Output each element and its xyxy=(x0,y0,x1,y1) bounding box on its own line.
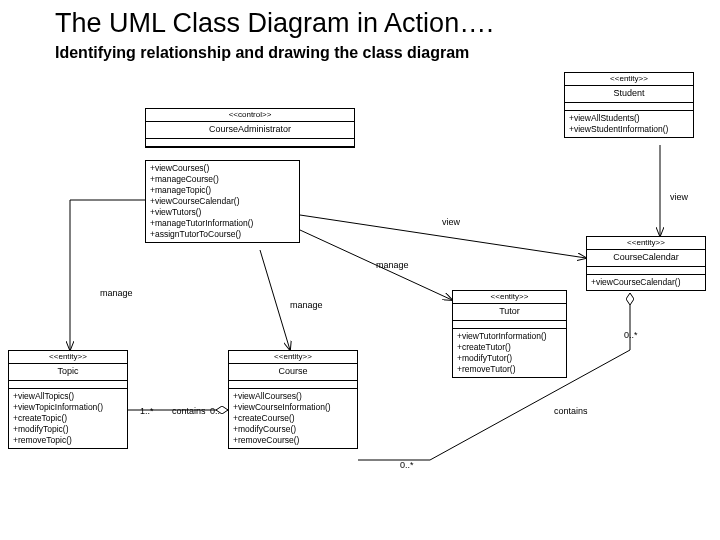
multiplicity: 0..* xyxy=(624,330,638,340)
stereotype-entity: <<entity>> xyxy=(453,291,566,304)
op: +viewCourseCalendar() xyxy=(150,196,295,207)
op: +createTopic() xyxy=(13,413,123,424)
class-name: Tutor xyxy=(453,304,566,321)
label-view: view xyxy=(442,217,460,227)
stereotype-entity: <<entity>> xyxy=(565,73,693,86)
op: +manageTopic() xyxy=(150,185,295,196)
op: +viewTutorInformation() xyxy=(457,331,562,342)
stereotype-entity: <<entity>> xyxy=(9,351,127,364)
multiplicity: 0..* xyxy=(400,460,414,470)
op: +manageCourse() xyxy=(150,174,295,185)
label-manage: manage xyxy=(376,260,409,270)
stereotype-entity: <<entity>> xyxy=(587,237,705,250)
op: +manageTutorInformation() xyxy=(150,218,295,229)
op: +modifyCourse() xyxy=(233,424,353,435)
class-course-administrator: <<control>> CourseAdministrator xyxy=(145,108,355,148)
op: +removeTopic() xyxy=(13,435,123,446)
op: +viewAllTopics() xyxy=(13,391,123,402)
op: +viewCourseCalendar() xyxy=(591,277,701,288)
class-course: <<entity>> Course +viewAllCourses() +vie… xyxy=(228,350,358,449)
class-course-calendar: <<entity>> CourseCalendar +viewCourseCal… xyxy=(586,236,706,291)
class-student: <<entity>> Student +viewAllStudents() +v… xyxy=(564,72,694,138)
multiplicity: 1..* xyxy=(140,406,154,416)
op: +viewCourseInformation() xyxy=(233,402,353,413)
class-tutor: <<entity>> Tutor +viewTutorInformation()… xyxy=(452,290,567,378)
op: +modifyTopic() xyxy=(13,424,123,435)
class-name: Student xyxy=(565,86,693,103)
op: +viewTopicInformation() xyxy=(13,402,123,413)
op: +removeCourse() xyxy=(233,435,353,446)
op: +createCourse() xyxy=(233,413,353,424)
op: +viewAllCourses() xyxy=(233,391,353,402)
label-contains: contains xyxy=(172,406,206,416)
page-title: The UML Class Diagram in Action…. xyxy=(55,8,494,39)
stereotype-entity: <<entity>> xyxy=(229,351,357,364)
class-name: Course xyxy=(229,364,357,381)
class-name: CourseCalendar xyxy=(587,250,705,267)
op: +modifyTutor() xyxy=(457,353,562,364)
op: +viewCourses() xyxy=(150,163,295,174)
label-manage: manage xyxy=(100,288,133,298)
class-name: CourseAdministrator xyxy=(146,122,354,139)
page-subtitle: Identifying relationship and drawing the… xyxy=(55,44,469,62)
multiplicity: 0..* xyxy=(210,406,224,416)
class-name: Topic xyxy=(9,364,127,381)
label-contains: contains xyxy=(554,406,588,416)
label-view: view xyxy=(670,192,688,202)
label-manage: manage xyxy=(290,300,323,310)
op: +removeTutor() xyxy=(457,364,562,375)
op: +viewAllStudents() xyxy=(569,113,689,124)
op: +viewStudentInformation() xyxy=(569,124,689,135)
op: +assignTutorToCourse() xyxy=(150,229,295,240)
class-topic: <<entity>> Topic +viewAllTopics() +viewT… xyxy=(8,350,128,449)
class-course-administrator-ops: +viewCourses() +manageCourse() +manageTo… xyxy=(145,160,300,243)
stereotype-control: <<control>> xyxy=(146,109,354,122)
op: +viewTutors() xyxy=(150,207,295,218)
op: +createTutor() xyxy=(457,342,562,353)
